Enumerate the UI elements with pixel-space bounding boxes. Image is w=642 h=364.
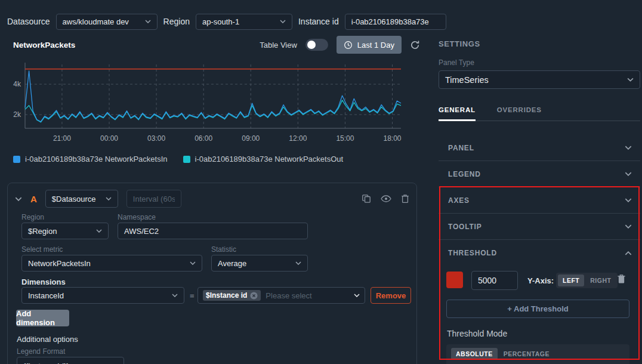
chevron-down-icon xyxy=(295,261,301,265)
toggle-knob xyxy=(307,41,316,49)
settings-sections: PANEL LEGEND AXES TOOLTIP THRESHOLD xyxy=(439,135,640,266)
section-label: THRESHOLD xyxy=(448,249,497,257)
datasource-select[interactable]: aws/kloudmate dev xyxy=(56,14,158,30)
series-swatch xyxy=(13,156,20,163)
duplicate-icon[interactable] xyxy=(362,194,371,203)
tab-general[interactable]: GENERAL xyxy=(439,106,476,121)
delete-threshold-icon[interactable] xyxy=(617,274,626,284)
panel-title: NetworkPackets xyxy=(13,41,75,50)
timeseries-chart[interactable]: 21:0000:0003:0006:0009:0012:0015:0018:00… xyxy=(11,60,406,144)
legend-format-input[interactable] xyxy=(23,362,118,364)
section-tooltip[interactable]: TOOLTIP xyxy=(439,214,640,240)
namespace-input[interactable] xyxy=(124,227,301,236)
trash-icon[interactable] xyxy=(401,194,409,203)
section-label: PANEL xyxy=(448,144,474,152)
remove-chip-icon[interactable] xyxy=(250,292,258,300)
add-threshold-label: + Add Threshold xyxy=(507,304,568,313)
remove-label: Remove xyxy=(376,291,406,300)
svg-text:00:00: 00:00 xyxy=(100,134,118,143)
svg-text:21:00: 21:00 xyxy=(53,134,71,143)
section-label: LEGEND xyxy=(448,170,481,178)
chevron-down-icon xyxy=(96,229,102,233)
legend-format-label: Legend Format xyxy=(17,347,65,356)
statistic-select[interactable]: Average xyxy=(211,255,308,272)
additional-options-label: Additional options xyxy=(17,335,78,344)
svg-text:12:00: 12:00 xyxy=(289,134,307,143)
threshold-value-input[interactable] xyxy=(478,276,511,285)
panel-type-select[interactable]: TimeSeries xyxy=(439,70,640,89)
dimension-key-select[interactable]: InstanceId xyxy=(21,287,184,304)
chevron-down-icon xyxy=(280,20,286,23)
yaxis-segmented-control: LEFT RIGHT xyxy=(556,273,618,288)
chevron-down-icon xyxy=(625,146,632,150)
metric-value: NetworkPacketsIn xyxy=(28,259,91,268)
section-label: TOOLTIP xyxy=(448,223,482,231)
query-region-select[interactable]: $Region xyxy=(21,223,109,239)
section-legend[interactable]: LEGEND xyxy=(439,161,640,187)
topbar: Datasource aws/kloudmate dev Region ap-s… xyxy=(7,13,446,30)
yaxis-left-option[interactable]: LEFT xyxy=(558,274,584,286)
collapse-chevron-icon[interactable] xyxy=(15,197,22,201)
query-datasource-select[interactable]: $Datasource xyxy=(45,190,118,208)
chevron-down-icon xyxy=(145,20,151,23)
instance-id-label: Instance id xyxy=(298,17,339,26)
query-header: A $Datasource xyxy=(15,189,409,208)
legend-format-field xyxy=(17,357,124,364)
instance-id-field xyxy=(345,14,446,30)
statistic-value: Average xyxy=(218,259,246,268)
section-label: AXES xyxy=(448,196,470,205)
datasource-label: Datasource xyxy=(7,17,50,26)
mode-absolute-option[interactable]: ABSOLUTE xyxy=(451,348,498,360)
query-actions xyxy=(362,194,409,203)
chevron-down-icon xyxy=(627,78,634,82)
table-view-label: Table View xyxy=(260,41,297,50)
chevron-down-icon xyxy=(172,294,178,297)
region-select[interactable]: ap-south-1 xyxy=(196,14,292,30)
yaxis-label: Y-Axis: xyxy=(527,276,554,285)
legend-item-networkpacketsout[interactable]: i-0ab2106189b38a73e NetworkPacketsOut xyxy=(183,155,344,164)
region-value: ap-south-1 xyxy=(202,17,239,26)
svg-text:2k: 2k xyxy=(13,110,21,119)
section-threshold[interactable]: THRESHOLD xyxy=(439,240,640,266)
svg-text:18:00: 18:00 xyxy=(383,134,401,143)
chevron-down-icon xyxy=(354,294,360,297)
refresh-icon[interactable] xyxy=(410,40,420,50)
clock-icon xyxy=(344,41,353,50)
interval-field xyxy=(126,190,181,208)
chevron-down-icon xyxy=(625,172,632,176)
metric-select[interactable]: NetworkPacketsIn xyxy=(21,255,202,272)
select-metric-label: Select metric xyxy=(21,245,63,254)
eye-icon[interactable] xyxy=(381,195,391,202)
section-panel[interactable]: PANEL xyxy=(439,135,640,161)
dimension-value-select[interactable]: $Instance id Please select xyxy=(197,287,365,304)
tab-overrides[interactable]: OVERRIDES xyxy=(497,106,542,121)
instance-id-input[interactable] xyxy=(351,17,440,26)
mode-percentage-option[interactable]: PERCENTAGE xyxy=(499,348,554,360)
yaxis-right-option[interactable]: RIGHT xyxy=(585,274,616,286)
svg-text:15:00: 15:00 xyxy=(336,134,354,143)
chevron-down-icon xyxy=(190,261,196,265)
settings-title: SETTINGS xyxy=(439,39,480,48)
time-range-button[interactable]: Last 1 Day xyxy=(337,36,402,54)
chart-header: NetworkPackets Table View Last 1 Day xyxy=(0,35,425,55)
table-view-toggle[interactable] xyxy=(305,39,328,51)
legend-item-networkpacketsin[interactable]: i-0ab2106189b38a73e NetworkPacketsIn xyxy=(13,155,168,164)
threshold-color-swatch[interactable] xyxy=(446,272,463,288)
chevron-down-icon xyxy=(106,197,112,200)
threshold-mode-control: ABSOLUTE PERCENTAGE xyxy=(446,344,629,364)
add-threshold-button[interactable]: + Add Threshold xyxy=(446,300,629,318)
section-axes[interactable]: AXES xyxy=(439,187,640,214)
add-dimension-button[interactable]: Add dimension xyxy=(16,310,69,326)
chevron-up-icon xyxy=(625,251,632,255)
statistic-label: Statistic xyxy=(211,245,236,254)
interval-input[interactable] xyxy=(133,195,175,203)
series-swatch xyxy=(183,156,190,163)
svg-text:03:00: 03:00 xyxy=(147,134,165,143)
svg-text:4k: 4k xyxy=(13,80,21,88)
threshold-value-field xyxy=(471,271,518,290)
legend-label: i-0ab2106189b38a73e NetworkPacketsOut xyxy=(195,155,344,164)
remove-dimension-button[interactable]: Remove xyxy=(371,287,411,304)
chip-label: $Instance id xyxy=(206,291,247,300)
equals-sign: = xyxy=(190,291,195,300)
query-editor-panel: A $Datasource Region $Region Namespace S… xyxy=(7,183,417,364)
